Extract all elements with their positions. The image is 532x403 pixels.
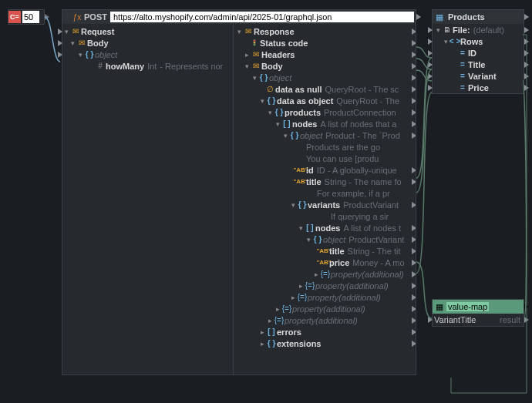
expand-toggle[interactable] [62,28,70,35]
port-out-icon[interactable] [524,62,529,68]
port-out-icon[interactable] [412,341,416,347]
port-out-icon[interactable] [412,225,416,231]
port-out-icon[interactable] [412,283,416,289]
port-in-icon[interactable] [428,39,433,45]
port-out-icon[interactable] [524,73,529,79]
tree-row[interactable]: {=} property (additional) [235,291,416,303]
port-out-icon[interactable] [524,317,529,323]
tree-row[interactable]: 🚦 Status code [235,37,416,49]
products-header[interactable]: ▦ Products [433,10,524,24]
tree-row[interactable]: ∅ data as null QueryRoot - The sc [235,83,416,95]
port-in-icon[interactable] [58,52,62,58]
tree-row[interactable]: = Title [433,59,524,70]
expand-toggle[interactable] [69,39,76,47]
valuemap-row[interactable]: VariantTitle result [433,314,524,326]
tree-row[interactable]: { } variants ProductVariant [235,199,416,210]
port-out-icon[interactable] [412,75,416,81]
port-out-icon[interactable] [524,304,529,310]
port-out-icon[interactable] [412,237,416,243]
tree-row[interactable]: 🗎 File: (default) [433,24,524,35]
tree-row[interactable]: ✉ Response [235,25,416,37]
tree-row[interactable]: ✉ Headers [235,49,416,60]
port-out-icon[interactable] [412,133,416,139]
port-out-icon[interactable] [412,271,416,277]
expand-toggle[interactable] [281,132,289,139]
tree-row[interactable]: ✉ Request [64,25,233,37]
expand-toggle[interactable] [266,109,274,116]
expand-toggle[interactable] [243,51,251,59]
port-out-icon[interactable] [412,294,416,301]
port-in-icon[interactable] [428,73,433,79]
tree-row[interactable]: {=} property (additional) [235,303,416,314]
tree-row[interactable]: {=} property (additional) [235,314,416,326]
port-out-icon[interactable] [412,260,416,266]
tree-row[interactable]: [ ] nodes A list of nodes t [235,222,416,233]
tree-row[interactable]: = Price [433,82,524,93]
tree-row[interactable]: { } extensions [235,338,416,349]
port-out-icon[interactable] [412,179,416,185]
tree-row[interactable]: "AB" title String - The tit [235,245,416,257]
valuemap-header[interactable]: ▦ value-map [433,300,524,314]
tree-row[interactable]: { } products ProductConnection [235,106,416,118]
tree-row-howmany[interactable]: # howMany Int - Represents nor [64,60,233,72]
port-in-icon[interactable] [428,50,433,56]
port-out-icon[interactable] [412,329,416,335]
expand-toggle[interactable] [235,28,243,35]
port-out-icon[interactable] [524,85,529,91]
port-out-icon[interactable] [412,202,416,208]
tree-row[interactable]: { } object Product - The `Prod [235,129,416,141]
tree-row[interactable]: {=} property (additional) [235,280,416,291]
tree-row[interactable]: ✉ Body [64,37,233,49]
expand-toggle[interactable] [258,328,266,336]
port-in-icon[interactable] [428,317,433,323]
port-in-icon[interactable] [58,40,62,46]
tree-row[interactable]: { } object [64,49,233,60]
tree-row[interactable]: {=} property (additional) [235,268,416,280]
expand-toggle[interactable] [289,294,297,301]
port-out-icon[interactable] [412,29,416,35]
expand-toggle[interactable] [305,236,312,243]
port-out-icon[interactable] [412,109,416,116]
tree-row[interactable]: "AB" price Money - A mo [235,257,416,268]
expand-toggle[interactable] [434,26,442,34]
tree-row[interactable]: { } object [235,72,416,83]
expand-toggle[interactable] [274,120,281,128]
port-out-icon[interactable] [412,167,416,173]
constant-value-input[interactable] [22,11,39,23]
expand-toggle[interactable] [297,282,305,290]
expand-toggle[interactable] [76,51,84,59]
port-out-icon[interactable] [412,86,416,92]
expand-toggle[interactable] [312,270,320,278]
expand-toggle[interactable] [258,97,266,105]
port-out-icon[interactable] [45,14,49,20]
tree-row[interactable]: "AB" title String - The name fo [235,176,416,187]
port-in-icon[interactable] [428,85,433,91]
tree-row[interactable]: [ ] nodes A list of nodes that a [235,118,416,129]
tree-row[interactable]: = Variant [433,70,524,82]
expand-toggle[interactable] [297,224,305,232]
port-out-icon[interactable] [412,63,416,69]
tree-row[interactable]: { } data as object QueryRoot - The [235,95,416,106]
expand-toggle[interactable] [289,201,297,209]
port-out-icon[interactable] [412,98,416,104]
tree-row[interactable]: [ ] errors [235,326,416,338]
tree-row[interactable]: "AB" id ID - A globally-unique [235,164,416,176]
port-out-icon[interactable] [412,40,416,46]
expand-toggle[interactable] [243,62,251,70]
tree-row[interactable]: = ID [433,47,524,59]
port-out-icon[interactable] [524,50,529,56]
tree-row[interactable]: < > Rows [433,35,524,47]
expand-toggle[interactable] [251,74,258,82]
constant-node[interactable]: C= [8,9,45,25]
port-out-icon[interactable] [416,14,421,20]
port-out-icon[interactable] [524,27,529,33]
tree-row[interactable]: { } object ProductVariant [235,233,416,245]
port-in-icon[interactable] [428,27,433,33]
expand-toggle[interactable] [266,317,274,324]
port-out-icon[interactable] [412,248,416,254]
port-out-icon[interactable] [524,39,529,45]
port-out-icon[interactable] [524,14,529,20]
expand-toggle[interactable] [442,38,450,45]
port-out-icon[interactable] [412,317,416,324]
url-input[interactable] [110,12,414,22]
